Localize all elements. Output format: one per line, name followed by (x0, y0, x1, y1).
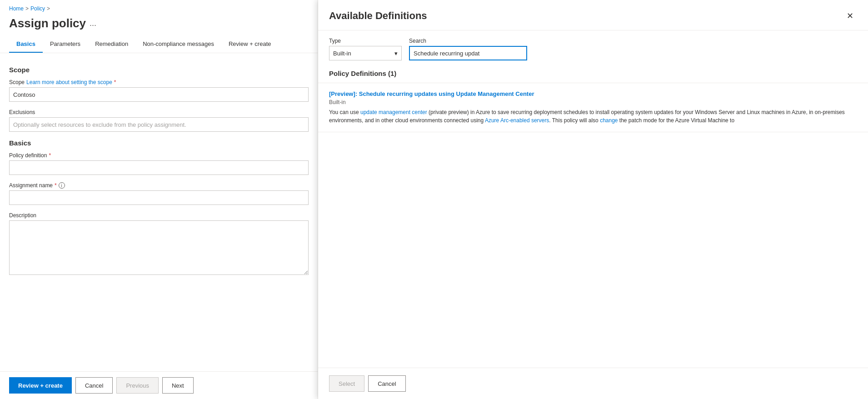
assignment-name-input[interactable] (9, 190, 309, 205)
previous-button: Previous (116, 377, 159, 394)
exclusions-input-placeholder[interactable]: Optionally select resources to exclude f… (9, 117, 309, 132)
tab-parameters[interactable]: Parameters (43, 36, 88, 53)
tab-non-compliance[interactable]: Non-compliance messages (135, 36, 221, 53)
breadcrumb-sep2: > (47, 5, 50, 12)
scope-learn-more-link[interactable]: Learn more about setting the scope (26, 79, 112, 85)
breadcrumb-sep1: > (25, 5, 29, 12)
cancel-button[interactable]: Cancel (75, 377, 113, 394)
policy-definition-label: Policy definition * (9, 152, 309, 159)
assignment-name-label-text: Assignment name (9, 182, 53, 189)
highlight-2: Azure Arc-enabled servers (485, 117, 549, 124)
form-content: Scope Scope Learn more about setting the… (0, 53, 318, 371)
scope-input[interactable] (9, 87, 309, 102)
tabs-container: Basics Parameters Remediation Non-compli… (0, 36, 318, 53)
exclusions-field-group: Exclusions Optionally select resources t… (9, 109, 309, 132)
assignment-name-field-group: Assignment name * i (9, 182, 309, 205)
next-button[interactable]: Next (162, 377, 194, 394)
left-panel: Home > Policy > Assign policy ... Basics… (0, 0, 318, 399)
type-filter-label: Type (329, 38, 402, 44)
search-filter-label: Search (409, 38, 527, 44)
definition-item[interactable]: [Preview]: Schedule recurring updates us… (318, 83, 868, 132)
breadcrumb-home[interactable]: Home (9, 5, 24, 12)
panel-footer: Select Cancel (318, 368, 868, 399)
tab-basics[interactable]: Basics (9, 36, 43, 53)
exclusions-placeholder-text: Optionally select resources to exclude f… (13, 121, 186, 128)
breadcrumb-policy[interactable]: Policy (30, 5, 45, 12)
page-title-more[interactable]: ... (90, 19, 96, 28)
bottom-bar: Review + create Cancel Previous Next (0, 371, 318, 399)
panel-cancel-button[interactable]: Cancel (368, 375, 405, 392)
exclusions-label: Exclusions (9, 109, 309, 115)
page-title-container: Assign policy ... (0, 15, 318, 36)
basics-section-title: Basics (9, 139, 309, 147)
scope-field-group: Scope Learn more about setting the scope… (9, 79, 309, 102)
description-textarea[interactable] (9, 220, 309, 275)
type-filter-group: Type Built-in ▾ (329, 38, 402, 60)
policy-definition-required: * (49, 152, 51, 159)
panel-filters: Type Built-in ▾ Search (318, 30, 868, 68)
highlight-1: update management center (360, 109, 427, 115)
review-create-button[interactable]: Review + create (9, 377, 72, 394)
highlight-3: change (600, 117, 618, 124)
policy-definition-input[interactable] (9, 160, 309, 175)
scope-required: * (114, 79, 116, 85)
panel-title: Available Definitions (329, 10, 427, 22)
chevron-down-icon: ▾ (394, 50, 398, 57)
definition-type: Built-in (329, 99, 857, 105)
type-dropdown[interactable]: Built-in ▾ (329, 46, 402, 60)
scope-label-text: Scope (9, 79, 25, 85)
tab-review-create[interactable]: Review + create (221, 36, 279, 53)
assignment-name-label: Assignment name * i (9, 182, 309, 189)
definition-desc: You can use update management center (pr… (329, 108, 857, 125)
right-panel: Available Definitions ✕ Type Built-in ▾ … (318, 0, 868, 399)
assignment-name-required: * (55, 182, 57, 189)
search-input[interactable] (409, 46, 527, 60)
policy-definition-label-text: Policy definition (9, 152, 47, 159)
panel-results-header: Policy Definitions (1) (318, 68, 868, 83)
search-filter-group: Search (409, 38, 527, 60)
definition-name: [Preview]: Schedule recurring updates us… (329, 90, 857, 97)
description-label: Description (9, 212, 309, 219)
scope-label: Scope Learn more about setting the scope… (9, 79, 309, 85)
type-dropdown-value: Built-in (333, 50, 351, 57)
description-field-group: Description (9, 212, 309, 276)
panel-header: Available Definitions ✕ (318, 0, 868, 30)
policy-definition-field-group: Policy definition * (9, 152, 309, 175)
panel-select-button[interactable]: Select (329, 375, 364, 392)
breadcrumb: Home > Policy > (0, 0, 318, 15)
panel-content: [Preview]: Schedule recurring updates us… (318, 83, 868, 368)
panel-close-button[interactable]: ✕ (843, 9, 857, 23)
tab-remediation[interactable]: Remediation (88, 36, 135, 53)
scope-section-title: Scope (9, 66, 309, 74)
main-layout: Home > Policy > Assign policy ... Basics… (0, 0, 868, 399)
page-title: Assign policy (9, 16, 86, 30)
assignment-name-info-icon[interactable]: i (59, 182, 65, 189)
